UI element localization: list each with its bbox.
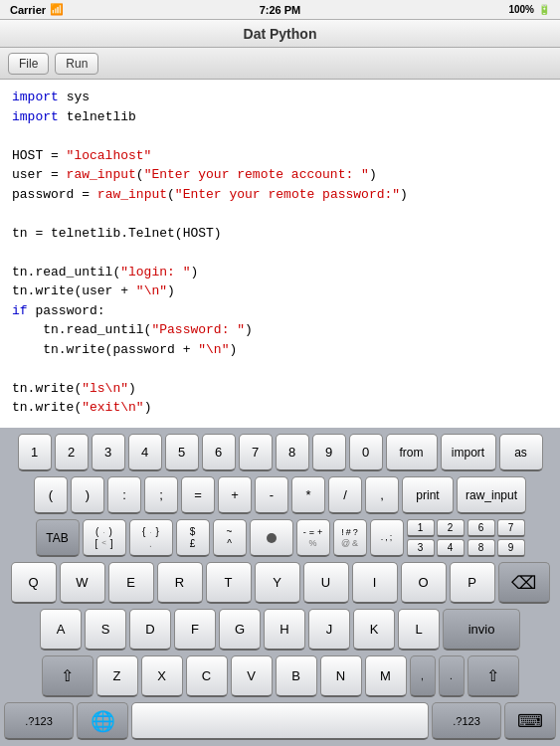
key-period-combo[interactable]: .,; [370, 519, 404, 557]
key-num6[interactable]: 7 [497, 519, 525, 537]
key-invio[interactable]: invio [443, 609, 520, 651]
key-comma[interactable]: , [365, 476, 399, 514]
key-b[interactable]: B [276, 655, 317, 697]
key-y[interactable]: Y [255, 562, 300, 604]
key-colon[interactable]: : [107, 476, 141, 514]
key-as[interactable]: as [499, 434, 543, 471]
code-line-blank-4 [12, 359, 548, 379]
key-raw-input[interactable]: raw_input [457, 476, 526, 514]
code-line-5: password = raw_input("Enter your remote … [12, 185, 548, 205]
key-plus[interactable]: + [218, 476, 252, 514]
key-backspace[interactable]: ⌫ [498, 562, 550, 604]
key-shift-right[interactable]: ⇧ [467, 655, 519, 697]
key-g[interactable]: G [219, 609, 261, 651]
key-paren-dot[interactable]: (.) [<] [83, 519, 126, 557]
key-i[interactable]: I [352, 562, 398, 604]
key-dollar[interactable]: $ £ [176, 519, 210, 557]
key-from[interactable]: from [386, 434, 438, 471]
code-line-3: HOST = "localhost" [12, 146, 548, 166]
key-j[interactable]: J [308, 609, 350, 651]
key-4[interactable]: 4 [128, 434, 162, 471]
key-open-paren[interactable]: ( [34, 476, 68, 514]
keyboard-row-bottom: .?123 🌐 .?123 ⌨ [4, 702, 556, 740]
key-6[interactable]: 6 [202, 434, 236, 471]
key-shift-left[interactable]: ⇧ [42, 655, 93, 697]
key-period-sym[interactable]: . [439, 655, 465, 697]
code-line-blank-1 [12, 126, 548, 146]
key-num2[interactable]: 2 [437, 519, 465, 537]
wifi-icon: 📶 [50, 3, 64, 16]
key-x[interactable]: X [141, 655, 183, 697]
key-w[interactable]: W [60, 562, 105, 604]
key-space[interactable] [131, 702, 429, 740]
code-line-blank-2 [12, 204, 548, 224]
key-tab[interactable]: TAB [36, 519, 80, 557]
key-a[interactable]: A [40, 609, 82, 651]
key-9[interactable]: 9 [312, 434, 346, 471]
numpad-right: 6 7 8 9 [467, 519, 525, 557]
code-line-12: tn.write("ls\n") [12, 379, 548, 399]
code-line-4: user = raw_input("Enter your remote acco… [12, 165, 548, 185]
key-5[interactable]: 5 [165, 434, 199, 471]
key-print[interactable]: print [402, 476, 454, 514]
key-e[interactable]: E [108, 562, 154, 604]
key-comma-sym[interactable]: , [410, 655, 436, 697]
key-keyboard[interactable]: ⌨ [504, 702, 556, 740]
key-t[interactable]: T [206, 562, 252, 604]
key-k[interactable]: K [353, 609, 395, 651]
key-o[interactable]: O [401, 562, 447, 604]
file-button[interactable]: File [8, 53, 49, 75]
key-brace[interactable]: {.} . [129, 519, 173, 557]
key-q[interactable]: Q [11, 562, 57, 604]
key-eq-minus[interactable]: -=+ % [296, 519, 330, 557]
key-3[interactable]: 3 [92, 434, 125, 471]
key-0[interactable]: 0 [349, 434, 383, 471]
code-line-13: tn.write("exit\n") [12, 398, 548, 418]
key-c[interactable]: C [186, 655, 228, 697]
key-r[interactable]: R [157, 562, 203, 604]
key-import[interactable]: import [441, 434, 496, 471]
key-m[interactable]: M [365, 655, 407, 697]
key-slash[interactable]: / [328, 476, 362, 514]
key-1[interactable]: 1 [18, 434, 52, 471]
key-d[interactable]: D [129, 609, 171, 651]
key-semicolon[interactable]: ; [144, 476, 178, 514]
key-f[interactable]: F [174, 609, 216, 651]
key-num3[interactable]: 3 [407, 539, 435, 557]
key-l[interactable]: L [398, 609, 440, 651]
key-numbers-right[interactable]: .?123 [432, 702, 501, 740]
key-exclaim[interactable]: !#? @& [333, 519, 367, 557]
key-u[interactable]: U [303, 562, 349, 604]
time-display: 7:26 PM [260, 4, 301, 16]
key-2[interactable]: 2 [55, 434, 89, 471]
code-line-2: import telnetlib [12, 107, 548, 127]
keyboard-row-zxcv: ⇧ Z X C V B N M , . ⇧ [4, 655, 556, 697]
key-s[interactable]: S [85, 609, 126, 651]
key-7[interactable]: 7 [239, 434, 273, 471]
key-num4[interactable]: 4 [437, 539, 465, 557]
key-minus[interactable]: - [255, 476, 288, 514]
key-8[interactable]: 8 [276, 434, 309, 471]
key-num7[interactable]: 8 [467, 539, 495, 557]
key-v[interactable]: V [231, 655, 273, 697]
key-numbers-left[interactable]: .?123 [4, 702, 74, 740]
key-star[interactable]: * [291, 476, 325, 514]
run-button[interactable]: Run [55, 53, 98, 75]
key-h[interactable]: H [264, 609, 305, 651]
key-mic[interactable] [250, 519, 293, 557]
key-equals[interactable]: = [181, 476, 215, 514]
key-num1[interactable]: 1 [407, 519, 435, 537]
key-globe[interactable]: 🌐 [77, 702, 128, 740]
key-z[interactable]: Z [96, 655, 138, 697]
key-tilde[interactable]: ~ ^ [213, 519, 247, 557]
key-n[interactable]: N [320, 655, 362, 697]
key-num8[interactable]: 9 [497, 539, 525, 557]
code-line-6: tn = telnetlib.Telnet(HOST) [12, 224, 548, 244]
carrier-label: Carrier [10, 4, 46, 16]
key-close-paren[interactable]: ) [71, 476, 104, 514]
key-p[interactable]: P [450, 562, 495, 604]
code-editor[interactable]: import sys import telnetlib HOST = "loca… [0, 80, 560, 428]
key-num5[interactable]: 6 [467, 519, 495, 537]
toolbar: File Run [0, 48, 560, 80]
numpad-left: 1 2 3 4 [407, 519, 465, 557]
